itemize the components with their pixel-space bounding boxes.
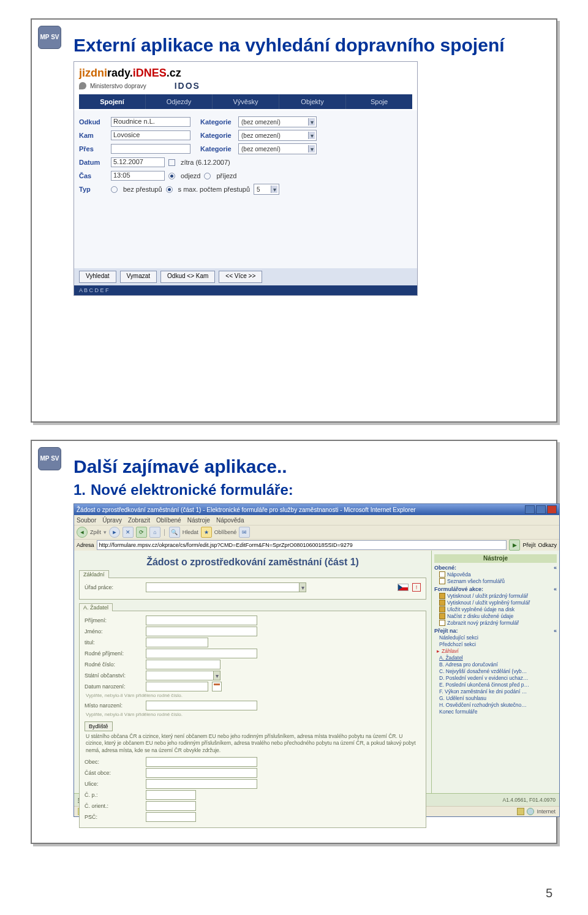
slide1-title: Externí aplikace na vyhledání dopravního…	[74, 34, 540, 56]
tools-save-disk[interactable]: Uložit vyplněné údaje na disk	[439, 606, 557, 612]
forward-icon[interactable]: ►	[109, 527, 120, 538]
btn-vymazat[interactable]: Vymazat	[120, 271, 157, 283]
select-st-obcanstvi[interactable]: ▾	[146, 671, 221, 680]
input-psc[interactable]	[146, 812, 196, 822]
go-icon[interactable]: ▶	[509, 540, 520, 551]
history-icon[interactable]: ✉	[239, 527, 250, 538]
menu-upravy[interactable]: Úpravy	[102, 517, 122, 524]
select-kategorie-1[interactable]: (bez omezení)▾	[238, 116, 317, 127]
input-rodne-prijmeni[interactable]	[146, 649, 257, 658]
idos-tab-vyvesky[interactable]: Vývěsky	[213, 94, 279, 109]
input-rodne-cislo[interactable]	[146, 660, 221, 669]
close-icon[interactable]	[547, 505, 557, 514]
idos-subbrand-text: Ministerstvo dopravy	[90, 83, 146, 89]
error-icon[interactable]: !	[412, 583, 421, 592]
goto-end[interactable]: Konec formuláře	[439, 709, 557, 715]
menu-napoveda[interactable]: Nápověda	[216, 517, 244, 524]
goto-B-t: B. Adresa pro doručování	[439, 661, 498, 668]
lbl-zitra: zítra (6.12.2007)	[181, 159, 230, 166]
minimize-icon[interactable]	[525, 505, 535, 514]
input-odkud[interactable]: Roudnice n.L.	[111, 117, 190, 127]
formtab-zakladni[interactable]: Základní	[79, 570, 109, 578]
input-ulice[interactable]	[146, 779, 257, 789]
maximize-icon[interactable]	[536, 505, 546, 514]
collapse-icon[interactable]: «	[554, 586, 557, 592]
select-max-prestupu[interactable]: 5▾	[254, 184, 279, 195]
goto-F[interactable]: F. Výkon zaměstnání ke dni podání …	[439, 688, 557, 695]
goto-C[interactable]: C. Nejvyšší dosažené vzdělání (vyb…	[439, 668, 557, 674]
radio-prijezd[interactable]	[204, 173, 211, 179]
idos-tab-odjezdy[interactable]: Odjezdy	[146, 94, 213, 109]
addr-input[interactable]: http://formulare.mpsv.cz/okprace/cs/form…	[97, 540, 507, 550]
input-kam[interactable]: Lovosice	[111, 130, 190, 140]
btn-vyhledat[interactable]: Vyhledat	[79, 271, 116, 283]
slide2-item-text: Nové elektronické formuláře:	[91, 481, 293, 498]
goto-next[interactable]: Následující sekci	[439, 634, 557, 641]
menu-zobrazit[interactable]: Zobrazit	[128, 517, 150, 524]
goto-E[interactable]: E. Poslední ukončená činnost před p…	[439, 682, 557, 688]
input-misto-narozeni[interactable]	[146, 701, 257, 710]
radio-bez-prestupu[interactable]	[111, 186, 118, 193]
stop-icon[interactable]: ✕	[123, 527, 134, 538]
btn-vice[interactable]: << Více >>	[219, 271, 262, 283]
home-icon[interactable]: ⌂	[149, 527, 160, 538]
favorites-icon[interactable]: ★	[201, 527, 212, 538]
checkbox-zitra[interactable]	[168, 159, 175, 166]
collapse-icon[interactable]: «	[554, 565, 557, 571]
lbl-titul: titul:	[85, 639, 143, 646]
tools-sec-obecne: Obecné:« Nápověda Seznam všech formulářů	[434, 565, 557, 584]
input-cas[interactable]: 13:05	[111, 171, 165, 181]
goto-prev[interactable]: Předchozí sekci	[439, 641, 557, 647]
input-prijmeni[interactable]	[146, 616, 257, 625]
tools-seznam-text: Seznam všech formulářů	[447, 578, 505, 584]
tools-napoveda[interactable]: Nápověda	[439, 571, 557, 578]
idos-tab-spoje[interactable]: Spoje	[346, 94, 412, 109]
input-titul[interactable]	[146, 638, 208, 647]
goto-B[interactable]: B. Adresa pro doručování	[439, 661, 557, 668]
input-cast-obce[interactable]	[146, 768, 257, 778]
input-datum[interactable]: 5.12.2007	[111, 157, 165, 167]
calendar-icon[interactable]	[212, 682, 222, 691]
brand-part-idnes: iDNES	[133, 67, 167, 79]
goto-G[interactable]: G. Udělení souhlasu	[439, 695, 557, 701]
select-urad-prace[interactable]: ▾	[146, 582, 306, 592]
tools-new-empty[interactable]: Zobrazit nový prázdný formulář	[439, 620, 557, 626]
idos-tab-objekty[interactable]: Objekty	[279, 94, 346, 109]
input-cp[interactable]	[146, 790, 196, 800]
goto-next-text: Následující sekci	[439, 634, 478, 641]
collapse-icon[interactable]: «	[554, 628, 557, 634]
t-sd: Uložit vyplněné údaje na disk	[447, 606, 514, 612]
ie-window: Žádost o zprostředkování zaměstnání (čás…	[74, 503, 560, 817]
back-icon[interactable]: ◄	[77, 527, 88, 538]
select-kategorie-3[interactable]: (bez omezení)▾	[238, 143, 317, 154]
lbl-obec: Obec:	[85, 759, 143, 765]
input-jmeno[interactable]	[146, 627, 257, 636]
flag-cz-icon[interactable]	[398, 584, 409, 591]
refresh-icon[interactable]: ⟳	[136, 527, 147, 538]
formtab-section-a[interactable]: A. Žadatel	[79, 603, 113, 611]
tools-print-filled[interactable]: Vytisknout / uložit vyplněný formulář	[439, 600, 557, 606]
tools-print-empty[interactable]: Vytisknout / uložit prázdný formulář	[439, 593, 557, 599]
goto-A[interactable]: A. Žadatel	[439, 655, 557, 661]
radio-odjezd[interactable]	[168, 173, 175, 179]
goto-zahlavi[interactable]: ▸ Záhlaví	[437, 648, 557, 654]
menu-oblibene[interactable]: Oblíbené	[156, 517, 181, 524]
goto-H[interactable]: H. Osvědčení rozhodných skutečno…	[439, 702, 557, 708]
goto-end-t: Konec formuláře	[439, 709, 477, 715]
btn-bydliste[interactable]: Bydliště	[85, 721, 113, 731]
menu-nastroje[interactable]: Nástroje	[187, 517, 210, 524]
goto-D[interactable]: D. Poslední vedení v evidenci uchaz…	[439, 675, 557, 681]
select-kategorie-2[interactable]: (bez omezení)▾	[238, 130, 317, 141]
idos-tab-spojeni[interactable]: Spojení	[79, 94, 146, 109]
btn-swap[interactable]: Odkud <> Kam	[160, 271, 215, 283]
radio-max-prestupu[interactable]	[166, 186, 173, 193]
tools-load-disk[interactable]: Načíst z disku uložené údaje	[439, 613, 557, 619]
input-corient[interactable]	[146, 801, 196, 811]
menu-soubor[interactable]: Soubor	[77, 517, 96, 524]
input-datum-narozeni[interactable]	[146, 682, 208, 691]
search-icon[interactable]: 🔍	[169, 527, 180, 538]
input-obec[interactable]	[146, 757, 257, 767]
idos-form: Odkud Roudnice n.L. Kategorie (bez omeze…	[74, 110, 417, 268]
input-pres[interactable]	[111, 144, 190, 154]
tools-seznam[interactable]: Seznam všech formulářů	[439, 578, 557, 584]
